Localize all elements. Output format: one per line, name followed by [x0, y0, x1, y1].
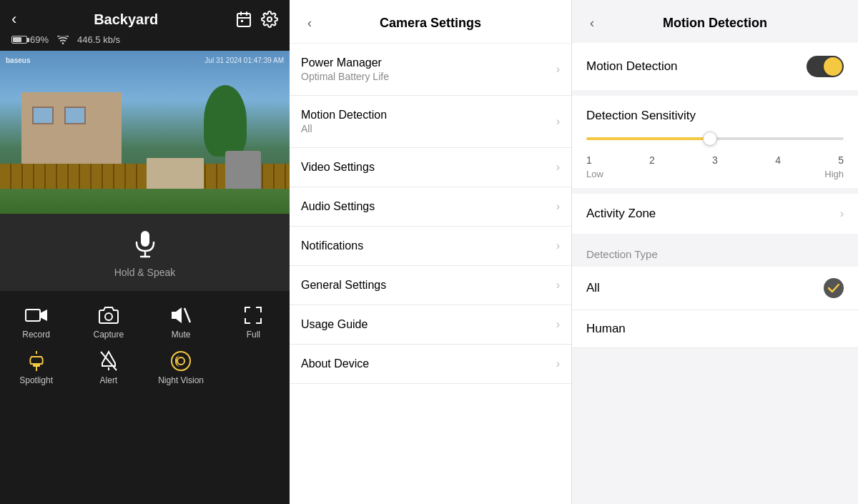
capture-icon: [97, 305, 120, 325]
settings-item-general-settings[interactable]: General Settings ›: [290, 266, 571, 305]
detection-option-all[interactable]: All: [572, 267, 858, 310]
check-circle-icon: [824, 278, 844, 298]
detection-option-human[interactable]: Human: [572, 310, 858, 348]
svg-point-11: [105, 313, 112, 320]
sensitivity-high-label: High: [824, 169, 844, 179]
settings-item-video-settings[interactable]: Video Settings ›: [290, 148, 571, 187]
record-icon: [25, 305, 48, 325]
svg-rect-15: [33, 364, 40, 367]
hold-speak-label: Hold & Speak: [114, 267, 176, 278]
svg-rect-4: [241, 20, 243, 22]
calendar-icon[interactable]: [235, 11, 252, 28]
chevron-right-icon: ›: [556, 161, 560, 174]
chevron-right-icon: ›: [556, 239, 560, 252]
settings-item-notifications[interactable]: Notifications ›: [290, 227, 571, 266]
motion-detection-toggle[interactable]: [807, 56, 844, 77]
night-vision-control[interactable]: Night Vision: [145, 345, 217, 391]
settings-item-audio-settings[interactable]: Audio Settings ›: [290, 187, 571, 227]
scene-tree: [204, 85, 247, 157]
svg-point-19: [172, 352, 190, 370]
scene-grass: [0, 189, 290, 214]
detection-option-human-label: Human: [586, 322, 844, 336]
svg-line-13: [184, 308, 190, 322]
night-vision-icon: [169, 351, 192, 371]
network-speed: 446.5 kb/s: [77, 34, 120, 45]
sensitivity-section: Detection Sensitivity 1 2 3 4 5 Low High: [572, 96, 858, 188]
alert-icon: [97, 351, 120, 371]
sensitivity-label-4: 4: [775, 154, 781, 166]
camera-brand-logo: baseus: [6, 56, 30, 64]
activity-zone-section[interactable]: Activity Zone ›: [572, 194, 858, 234]
mute-control[interactable]: Mute: [145, 300, 217, 345]
settings-item-usage-guide-title: Usage Guide: [301, 318, 556, 331]
sensitivity-label-1: 1: [586, 154, 592, 166]
wifi-icon: [57, 36, 69, 44]
back-icon[interactable]: ‹: [11, 10, 16, 29]
activity-zone-label: Activity Zone: [586, 207, 840, 221]
settings-item-power-manager-title: Power Manager: [301, 56, 556, 69]
detection-option-all-label: All: [586, 281, 824, 295]
camera-controls: Record Capture Mute: [0, 291, 290, 400]
chevron-right-icon: ›: [556, 318, 560, 331]
sensitivity-label-3: 3: [712, 154, 718, 166]
svg-rect-0: [237, 14, 250, 26]
sensitivity-slider[interactable]: [586, 137, 844, 140]
mute-icon: [169, 305, 192, 325]
mic-icon: [128, 227, 162, 261]
svg-rect-7: [141, 231, 149, 247]
slider-fill: [586, 137, 710, 140]
camera-status: 69% 446.5 kb/s: [0, 34, 290, 51]
alert-label: Alert: [100, 375, 118, 385]
svg-point-5: [267, 17, 272, 21]
slider-labels: 1 2 3 4 5: [586, 154, 844, 166]
settings-item-motion-detection[interactable]: Motion Detection All ›: [290, 96, 571, 148]
scene-unit: [225, 151, 261, 194]
slider-range-labels: Low High: [586, 169, 844, 179]
motion-toggle-section: Motion Detection: [572, 43, 858, 90]
spotlight-label: Spotlight: [19, 375, 53, 385]
battery-percentage: 69%: [30, 34, 49, 45]
settings-panel: ‹ Camera Settings Power Manager Optimal …: [290, 0, 572, 504]
settings-header: ‹ Camera Settings: [290, 0, 571, 44]
settings-item-about-device[interactable]: About Device ›: [290, 345, 571, 384]
motion-panel: ‹ Motion Detection Motion Detection Dete…: [572, 0, 858, 504]
svg-point-20: [177, 357, 184, 365]
capture-label: Capture: [94, 330, 124, 340]
full-icon: [242, 305, 265, 325]
detection-type-header-section: Detection Type: [572, 239, 858, 267]
svg-rect-10: [26, 310, 40, 321]
chevron-right-icon: ›: [556, 279, 560, 292]
chevron-right-icon: ›: [556, 357, 560, 370]
spotlight-icon: [25, 351, 48, 371]
scene-house: [21, 92, 122, 171]
svg-marker-12: [172, 307, 182, 323]
sensitivity-label-2: 2: [649, 154, 655, 166]
sensitivity-label-5: 5: [838, 154, 844, 166]
toggle-knob: [824, 57, 842, 76]
settings-item-usage-guide[interactable]: Usage Guide ›: [290, 305, 571, 345]
spotlight-control[interactable]: Spotlight: [0, 345, 72, 391]
svg-point-6: [62, 42, 64, 44]
settings-item-power-manager[interactable]: Power Manager Optimal Battery Life ›: [290, 44, 571, 96]
battery-indicator: 69%: [11, 34, 49, 45]
hold-speak-area[interactable]: Hold & Speak: [0, 214, 290, 291]
camera-name: Backyard: [16, 11, 235, 28]
settings-back-button[interactable]: ‹: [301, 14, 318, 31]
chevron-right-icon: ›: [556, 63, 560, 76]
motion-back-button[interactable]: ‹: [583, 14, 601, 31]
alert-control[interactable]: Alert: [72, 345, 144, 391]
motion-detection-label: Motion Detection: [586, 59, 678, 74]
record-label: Record: [22, 330, 50, 340]
camera-header-icons: [235, 11, 278, 28]
camera-header: ‹ Backyard: [0, 0, 290, 34]
settings-list: Power Manager Optimal Battery Life › Mot…: [290, 44, 571, 504]
settings-title: Camera Settings: [318, 16, 543, 31]
motion-title: Motion Detection: [601, 16, 829, 31]
camera-feed: baseus Jul 31 2024 01:47:39 AM: [0, 51, 290, 214]
record-control[interactable]: Record: [0, 300, 72, 345]
full-control[interactable]: Full: [217, 300, 290, 345]
camera-settings-icon[interactable]: [261, 11, 278, 28]
settings-item-motion-detection-subtitle: All: [301, 123, 556, 134]
camera-timestamp: Jul 31 2024 01:47:39 AM: [204, 56, 284, 64]
capture-control[interactable]: Capture: [72, 300, 144, 345]
